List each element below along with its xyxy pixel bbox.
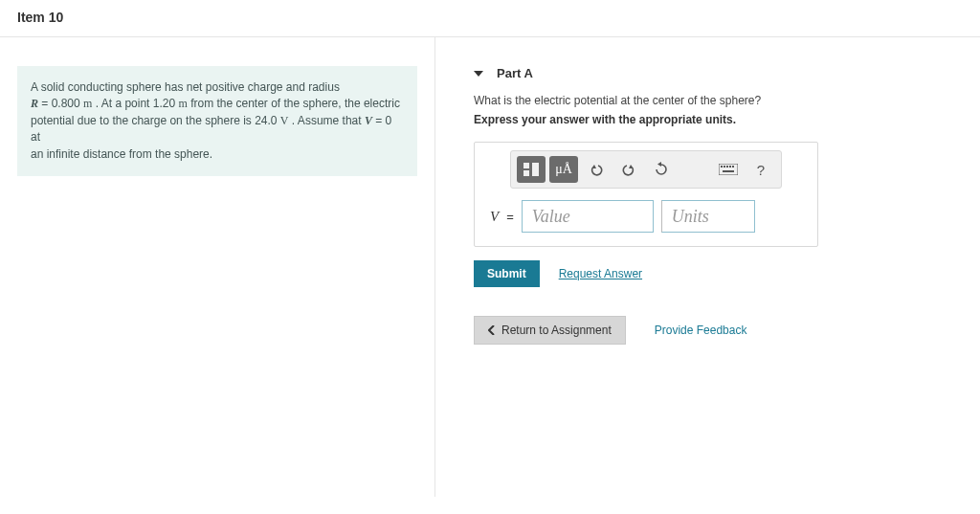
keyboard-button[interactable] [714, 156, 743, 183]
answer-panel: Part A What is the electric potential at… [435, 37, 980, 497]
redo-icon [621, 163, 636, 176]
answer-toolbar: μÅ [510, 150, 782, 189]
value-input[interactable] [522, 200, 654, 233]
instruction-text: Express your answer with the appropriate… [474, 113, 963, 126]
unit-V: V [280, 114, 289, 127]
problem-text: potential due to the charge on the spher… [31, 114, 280, 127]
svg-rect-7 [729, 166, 731, 168]
page-title: Item 10 [17, 10, 963, 25]
part-label: Part A [497, 66, 533, 80]
chevron-left-icon [488, 325, 496, 335]
problem-text: = 0.800 [38, 97, 83, 110]
svg-rect-1 [523, 170, 529, 176]
problem-statement: A solid conducting sphere has net positi… [17, 66, 417, 176]
undo-button[interactable] [582, 156, 611, 183]
unit-m: m [178, 97, 187, 110]
svg-rect-6 [726, 166, 728, 168]
undo-icon [589, 163, 604, 176]
help-icon: ? [757, 162, 765, 178]
problem-text: from the center of the sphere, the elect… [188, 97, 400, 110]
answer-container: μÅ [474, 142, 818, 247]
svg-rect-8 [732, 166, 734, 168]
problem-text: . At a point 1.20 [92, 97, 178, 110]
svg-rect-3 [719, 164, 738, 175]
units-input[interactable] [661, 200, 755, 233]
answer-input-row: V = [484, 200, 808, 233]
answer-variable: V [490, 209, 499, 225]
reset-icon [654, 162, 669, 177]
return-button[interactable]: Return to Assignment [474, 316, 626, 345]
feedback-link[interactable]: Provide Feedback [655, 324, 747, 337]
unit-m: m [83, 97, 92, 110]
template-icon [523, 162, 540, 177]
problem-text: . Assume that [289, 114, 365, 127]
problem-text: A solid conducting sphere has net positi… [31, 80, 340, 94]
problem-text: an infinite distance from the sphere. [31, 147, 212, 161]
reset-button[interactable] [647, 156, 676, 183]
units-icon: μÅ [555, 162, 572, 177]
var-R: R [31, 97, 38, 110]
template-button[interactable] [517, 156, 546, 183]
svg-rect-2 [532, 163, 539, 176]
svg-rect-4 [721, 166, 723, 168]
question-text: What is the electric potential at the ce… [474, 94, 963, 107]
caret-down-icon [474, 71, 483, 77]
redo-button[interactable] [614, 156, 643, 183]
svg-rect-9 [723, 170, 734, 172]
equals-sign: = [506, 210, 514, 224]
part-header[interactable]: Part A [474, 66, 963, 84]
submit-button[interactable]: Submit [474, 260, 540, 287]
var-V: V [365, 114, 372, 127]
help-button[interactable]: ? [746, 156, 775, 183]
keyboard-icon [719, 164, 738, 175]
svg-rect-5 [724, 166, 725, 168]
return-label: Return to Assignment [501, 324, 612, 337]
problem-panel: A solid conducting sphere has net positi… [0, 37, 435, 497]
svg-rect-0 [523, 163, 529, 168]
request-answer-link[interactable]: Request Answer [559, 267, 642, 280]
units-button[interactable]: μÅ [549, 156, 578, 183]
